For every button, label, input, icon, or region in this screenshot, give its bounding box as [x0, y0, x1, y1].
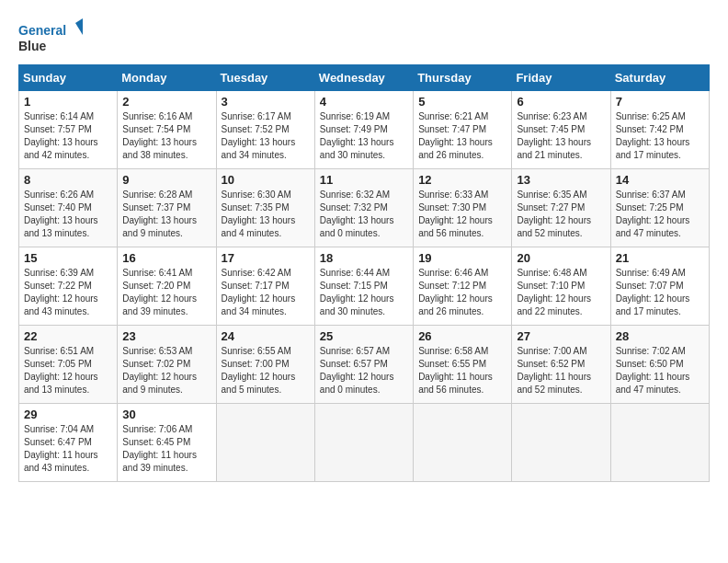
calendar-cell: 19Sunrise: 6:46 AM Sunset: 7:12 PM Dayli… — [414, 247, 512, 326]
day-info: Sunrise: 6:17 AM Sunset: 7:52 PM Dayligh… — [222, 110, 310, 162]
day-info: Sunrise: 7:02 AM Sunset: 6:50 PM Dayligh… — [616, 345, 704, 396]
day-number: 11 — [320, 173, 408, 187]
calendar-cell — [414, 404, 512, 482]
day-number: 17 — [222, 251, 310, 265]
day-info: Sunrise: 6:21 AM Sunset: 7:47 PM Dayligh… — [418, 110, 506, 162]
day-info: Sunrise: 6:14 AM Sunset: 7:57 PM Dayligh… — [24, 110, 112, 162]
calendar-cell: 8Sunrise: 6:26 AM Sunset: 7:40 PM Daylig… — [19, 169, 118, 247]
weekday-header-tuesday: Tuesday — [216, 65, 314, 91]
calendar-cell: 2Sunrise: 6:16 AM Sunset: 7:54 PM Daylig… — [118, 91, 216, 169]
calendar-cell: 10Sunrise: 6:30 AM Sunset: 7:35 PM Dayli… — [216, 169, 314, 247]
weekday-header-saturday: Saturday — [610, 65, 709, 91]
day-number: 23 — [122, 329, 210, 343]
calendar-cell: 3Sunrise: 6:17 AM Sunset: 7:52 PM Daylig… — [216, 91, 314, 169]
svg-marker-2 — [75, 18, 83, 35]
day-info: Sunrise: 6:39 AM Sunset: 7:22 PM Dayligh… — [24, 267, 112, 318]
day-number: 12 — [418, 173, 506, 187]
day-number: 8 — [24, 173, 112, 187]
calendar-cell — [314, 404, 413, 482]
day-number: 18 — [320, 251, 408, 265]
calendar-cell: 30Sunrise: 7:06 AM Sunset: 6:45 PM Dayli… — [118, 404, 216, 482]
day-info: Sunrise: 6:32 AM Sunset: 7:32 PM Dayligh… — [320, 189, 408, 240]
calendar-cell: 13Sunrise: 6:35 AM Sunset: 7:27 PM Dayli… — [512, 169, 610, 247]
day-info: Sunrise: 6:48 AM Sunset: 7:10 PM Dayligh… — [517, 267, 605, 318]
day-number: 30 — [122, 408, 210, 421]
day-info: Sunrise: 6:51 AM Sunset: 7:05 PM Dayligh… — [24, 345, 112, 396]
logo: General Blue — [18, 18, 83, 55]
calendar-cell: 4Sunrise: 6:19 AM Sunset: 7:49 PM Daylig… — [314, 91, 413, 169]
svg-text:Blue: Blue — [18, 39, 47, 53]
calendar-cell: 21Sunrise: 6:49 AM Sunset: 7:07 PM Dayli… — [610, 247, 709, 326]
day-number: 25 — [320, 329, 408, 343]
calendar-cell: 25Sunrise: 6:57 AM Sunset: 6:57 PM Dayli… — [314, 326, 413, 404]
day-number: 4 — [320, 95, 408, 109]
day-number: 2 — [122, 95, 210, 109]
day-info: Sunrise: 6:26 AM Sunset: 7:40 PM Dayligh… — [24, 189, 112, 240]
calendar-cell: 22Sunrise: 6:51 AM Sunset: 7:05 PM Dayli… — [19, 326, 118, 404]
day-number: 19 — [418, 251, 506, 265]
calendar-cell: 23Sunrise: 6:53 AM Sunset: 7:02 PM Dayli… — [118, 326, 216, 404]
calendar-table: SundayMondayTuesdayWednesdayThursdayFrid… — [18, 64, 710, 482]
calendar-cell: 1Sunrise: 6:14 AM Sunset: 7:57 PM Daylig… — [19, 91, 118, 169]
day-info: Sunrise: 6:16 AM Sunset: 7:54 PM Dayligh… — [122, 110, 210, 162]
day-info: Sunrise: 6:35 AM Sunset: 7:27 PM Dayligh… — [517, 189, 605, 240]
svg-text:General: General — [18, 23, 66, 38]
weekday-header-thursday: Thursday — [414, 65, 512, 91]
calendar-cell: 27Sunrise: 7:00 AM Sunset: 6:52 PM Dayli… — [512, 326, 610, 404]
day-number: 13 — [517, 173, 605, 187]
calendar-cell — [216, 404, 314, 482]
weekday-header-sunday: Sunday — [19, 65, 118, 91]
calendar-cell — [610, 404, 709, 482]
day-number: 29 — [24, 408, 112, 421]
day-info: Sunrise: 6:33 AM Sunset: 7:30 PM Dayligh… — [418, 189, 506, 240]
page-header: General Blue — [18, 18, 710, 55]
calendar-cell: 18Sunrise: 6:44 AM Sunset: 7:15 PM Dayli… — [314, 247, 413, 326]
day-number: 6 — [517, 95, 605, 109]
day-number: 10 — [222, 173, 310, 187]
calendar-cell: 14Sunrise: 6:37 AM Sunset: 7:25 PM Dayli… — [610, 169, 709, 247]
calendar-cell: 15Sunrise: 6:39 AM Sunset: 7:22 PM Dayli… — [19, 247, 118, 326]
calendar-cell — [512, 404, 610, 482]
weekday-header-wednesday: Wednesday — [314, 65, 413, 91]
calendar-cell: 29Sunrise: 7:04 AM Sunset: 6:47 PM Dayli… — [19, 404, 118, 482]
day-info: Sunrise: 6:28 AM Sunset: 7:37 PM Dayligh… — [122, 189, 210, 240]
week-row-3: 15Sunrise: 6:39 AM Sunset: 7:22 PM Dayli… — [19, 247, 710, 326]
day-info: Sunrise: 6:57 AM Sunset: 6:57 PM Dayligh… — [320, 345, 408, 396]
day-number: 27 — [517, 329, 605, 343]
calendar-cell: 26Sunrise: 6:58 AM Sunset: 6:55 PM Dayli… — [414, 326, 512, 404]
weekday-header-monday: Monday — [118, 65, 216, 91]
day-info: Sunrise: 6:23 AM Sunset: 7:45 PM Dayligh… — [517, 110, 605, 162]
day-number: 26 — [418, 329, 506, 343]
day-info: Sunrise: 7:00 AM Sunset: 6:52 PM Dayligh… — [517, 345, 605, 396]
day-number: 9 — [122, 173, 210, 187]
day-number: 16 — [122, 251, 210, 265]
week-row-4: 22Sunrise: 6:51 AM Sunset: 7:05 PM Dayli… — [19, 326, 710, 404]
day-number: 3 — [222, 95, 310, 109]
calendar-cell: 9Sunrise: 6:28 AM Sunset: 7:37 PM Daylig… — [118, 169, 216, 247]
calendar-cell: 11Sunrise: 6:32 AM Sunset: 7:32 PM Dayli… — [314, 169, 413, 247]
logo-svg: General Blue — [18, 18, 83, 55]
calendar-cell: 5Sunrise: 6:21 AM Sunset: 7:47 PM Daylig… — [414, 91, 512, 169]
weekday-header-friday: Friday — [512, 65, 610, 91]
day-number: 28 — [616, 329, 704, 343]
day-info: Sunrise: 6:19 AM Sunset: 7:49 PM Dayligh… — [320, 110, 408, 162]
day-info: Sunrise: 7:04 AM Sunset: 6:47 PM Dayligh… — [24, 423, 112, 475]
day-number: 1 — [24, 95, 112, 109]
day-number: 20 — [517, 251, 605, 265]
day-info: Sunrise: 6:53 AM Sunset: 7:02 PM Dayligh… — [122, 345, 210, 396]
day-number: 7 — [616, 95, 704, 109]
day-info: Sunrise: 6:44 AM Sunset: 7:15 PM Dayligh… — [320, 267, 408, 318]
calendar-cell: 28Sunrise: 7:02 AM Sunset: 6:50 PM Dayli… — [610, 326, 709, 404]
day-info: Sunrise: 6:25 AM Sunset: 7:42 PM Dayligh… — [616, 110, 704, 162]
day-info: Sunrise: 6:49 AM Sunset: 7:07 PM Dayligh… — [616, 267, 704, 318]
calendar-cell: 7Sunrise: 6:25 AM Sunset: 7:42 PM Daylig… — [610, 91, 709, 169]
day-info: Sunrise: 6:46 AM Sunset: 7:12 PM Dayligh… — [418, 267, 506, 318]
day-number: 15 — [24, 251, 112, 265]
calendar-cell: 20Sunrise: 6:48 AM Sunset: 7:10 PM Dayli… — [512, 247, 610, 326]
day-number: 14 — [616, 173, 704, 187]
day-number: 24 — [222, 329, 310, 343]
day-number: 22 — [24, 329, 112, 343]
day-number: 21 — [616, 251, 704, 265]
day-info: Sunrise: 6:58 AM Sunset: 6:55 PM Dayligh… — [418, 345, 506, 396]
week-row-1: 1Sunrise: 6:14 AM Sunset: 7:57 PM Daylig… — [19, 91, 710, 169]
